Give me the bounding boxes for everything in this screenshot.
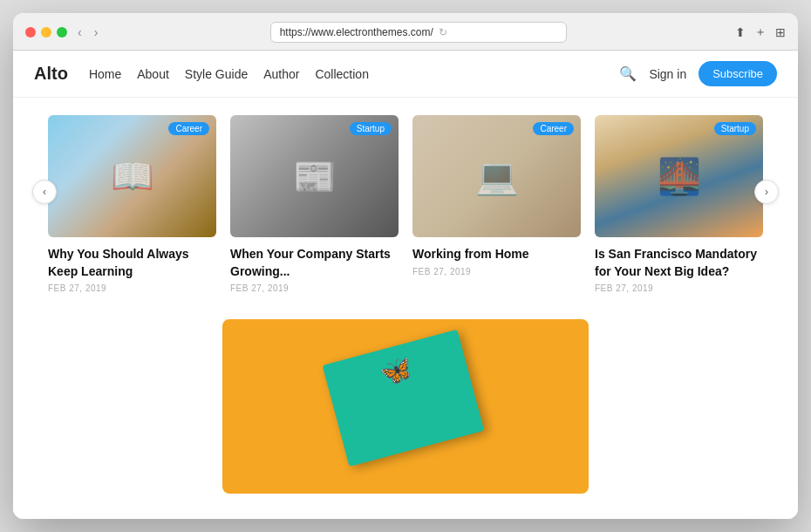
card-1-title: Why You Should Always Keep Learning	[48, 246, 216, 280]
card-4-date: Feb 27, 2019	[595, 283, 763, 293]
carousel-section: ‹ Career Why You Should Always Keep Lear…	[48, 115, 763, 293]
site-nav: Alto Home About Style Guide Author Colle…	[13, 51, 798, 98]
traffic-lights	[25, 27, 67, 38]
url-text: https://www.electronthemes.com/	[280, 26, 433, 38]
card-4-title: Is San Francisco Mandatory for Your Next…	[595, 246, 763, 280]
nav-item-about[interactable]: About	[137, 67, 169, 81]
nav-item-home[interactable]: Home	[89, 67, 121, 81]
browser-actions: ⬆ ＋ ⊞	[735, 24, 786, 40]
url-bar[interactable]: https://www.electronthemes.com/ ↻	[108, 22, 728, 43]
maximize-button[interactable]	[57, 27, 67, 38]
browser-window: ‹ › https://www.electronthemes.com/ ↻ ⬆ …	[13, 13, 798, 519]
card-4[interactable]: Startup Is San Francisco Mandatory for Y…	[595, 115, 763, 293]
search-button[interactable]: 🔍	[619, 65, 637, 82]
carousel-next-button[interactable]: ›	[754, 180, 779, 204]
browser-titlebar: ‹ › https://www.electronthemes.com/ ↻ ⬆ …	[25, 22, 786, 43]
card-1[interactable]: Career Why You Should Always Keep Learni…	[48, 115, 216, 293]
card-1-date: Feb 27, 2019	[48, 283, 216, 293]
website-content: Alto Home About Style Guide Author Colle…	[13, 51, 798, 519]
url-input-display[interactable]: https://www.electronthemes.com/ ↻	[270, 22, 567, 43]
card-4-image: Startup	[595, 115, 763, 237]
browser-chrome: ‹ › https://www.electronthemes.com/ ↻ ⬆ …	[13, 13, 798, 51]
card-1-badge: Career	[168, 122, 209, 135]
feature-book	[323, 330, 485, 467]
site-main: ‹ Career Why You Should Always Keep Lear…	[13, 98, 798, 511]
card-3-date: Feb 27, 2019	[412, 267, 581, 276]
card-2-title: When Your Company Starts Growing...	[230, 246, 399, 280]
card-3-title: Working from Home	[412, 246, 581, 263]
forward-button[interactable]: ›	[91, 24, 102, 41]
card-2-image: Startup	[230, 115, 399, 237]
feature-image	[222, 319, 589, 494]
close-button[interactable]	[25, 27, 36, 38]
grid-icon[interactable]: ⊞	[775, 25, 786, 39]
card-1-image: Career	[48, 115, 216, 237]
nav-item-style-guide[interactable]: Style Guide	[185, 67, 248, 81]
card-2-date: Feb 27, 2019	[230, 283, 399, 293]
card-3-badge: Career	[533, 122, 574, 135]
minimize-button[interactable]	[41, 27, 51, 38]
refresh-icon: ↻	[439, 26, 447, 38]
nav-item-author[interactable]: Author	[263, 67, 299, 81]
subscribe-button[interactable]: Subscribe	[699, 61, 777, 86]
site-nav-right: 🔍 Sign in Subscribe	[619, 61, 777, 86]
cards-grid: Career Why You Should Always Keep Learni…	[48, 115, 763, 293]
card-3[interactable]: Career Working from Home Feb 27, 2019	[412, 115, 581, 293]
nav-item-collection[interactable]: Collection	[315, 67, 368, 81]
back-button[interactable]: ‹	[74, 24, 85, 41]
card-2-badge: Startup	[350, 122, 392, 135]
card-3-image: Career	[412, 115, 581, 237]
new-tab-icon[interactable]: ＋	[754, 24, 767, 40]
site-menu: Home About Style Guide Author Collection	[89, 67, 369, 81]
nav-buttons: ‹ ›	[74, 24, 101, 41]
site-logo: Alto	[34, 64, 68, 84]
share-icon[interactable]: ⬆	[735, 25, 746, 39]
sign-in-link[interactable]: Sign in	[649, 67, 686, 81]
feature-image-section	[48, 319, 763, 494]
card-2[interactable]: Startup When Your Company Starts Growing…	[230, 115, 399, 293]
carousel-prev-button[interactable]: ‹	[32, 180, 57, 204]
card-4-badge: Startup	[714, 122, 756, 135]
